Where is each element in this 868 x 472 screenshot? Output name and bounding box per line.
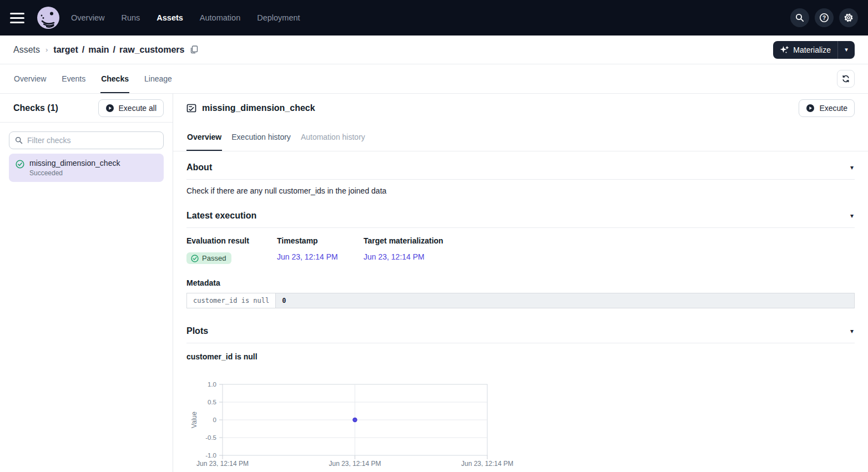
execute-label: Execute (819, 104, 847, 113)
breadcrumb-slash: / (113, 45, 115, 55)
check-item-name: missing_dimension_check (29, 159, 120, 168)
materialize-label: Materialize (793, 45, 831, 54)
svg-text:?: ? (822, 15, 826, 21)
tab-automation-history[interactable]: Automation history (300, 123, 366, 151)
execute-all-label: Execute all (119, 104, 157, 113)
help-button[interactable]: ? (815, 8, 834, 27)
execute-button[interactable]: Execute (799, 99, 855, 117)
ytick-neg05: -0.5 (205, 434, 216, 441)
tab-overview[interactable]: Overview (13, 64, 47, 93)
ytick-0: 0 (213, 417, 216, 423)
plot-point[interactable] (353, 418, 357, 422)
check-tab-bar: Overview Execution history Automation hi… (173, 123, 868, 151)
check-circle-icon (16, 160, 24, 169)
asset-check-icon (186, 103, 196, 113)
search-icon (795, 13, 804, 22)
breadcrumb-segment-main: main (88, 45, 109, 55)
timestamp-link[interactable]: Jun 23, 12:14 PM (277, 252, 364, 264)
collapse-plots-button[interactable]: ▾ (849, 327, 855, 336)
help-icon: ? (819, 13, 829, 23)
metadata-title: Metadata (186, 278, 855, 287)
tab-checks[interactable]: Checks (100, 64, 129, 93)
plot-title: customer_id is null (186, 352, 855, 361)
about-title: About (186, 163, 212, 172)
materialize-button[interactable]: Materialize (773, 41, 838, 59)
check-list-item[interactable]: missing_dimension_check Succeeded (9, 154, 164, 182)
column-target-materialization: Target materialization (364, 236, 855, 245)
latest-execution-title: Latest execution (186, 211, 256, 221)
checks-sidebar: Checks (1) Execute all (0, 94, 173, 472)
scatter-chart: 1.0 0.5 0 -0.5 -1.0 Value Jun 23, 12:14 … (186, 379, 531, 466)
sparkle-icon (780, 45, 789, 54)
search-icon (15, 136, 23, 144)
xtick-2: Jun 23, 12:14 PM (461, 460, 513, 466)
materialize-dropdown-button[interactable]: ▾ (838, 41, 855, 59)
hamburger-menu-button[interactable] (10, 7, 32, 29)
octopus-logo-icon (37, 6, 60, 29)
column-evaluation-result: Evaluation result (186, 236, 277, 245)
xtick-1: Jun 23, 12:14 PM (329, 460, 381, 466)
about-section: About ▾ Check if there are any null cust… (186, 159, 855, 195)
refresh-icon (841, 74, 850, 83)
play-circle-icon (806, 104, 815, 113)
tab-execution-history[interactable]: Execution history (231, 123, 291, 151)
passed-badge: Passed (186, 252, 231, 264)
latest-execution-section: Latest execution ▾ Evaluation result Tim… (186, 207, 855, 308)
chevron-right-icon: › (46, 45, 48, 54)
breadcrumb-slash: / (82, 45, 84, 55)
nav-item-deployment[interactable]: Deployment (257, 13, 300, 22)
refresh-button[interactable] (837, 70, 855, 88)
check-detail-panel: missing_dimension_check Execute Overview… (173, 94, 868, 472)
materialize-split-button: Materialize ▾ (773, 41, 855, 59)
primary-nav: Overview Runs Assets Automation Deployme… (71, 13, 300, 22)
y-axis-label: Value (190, 412, 198, 428)
dagster-logo[interactable] (37, 6, 60, 29)
copy-icon (190, 45, 198, 54)
target-materialization-link[interactable]: Jun 23, 12:14 PM (364, 252, 855, 264)
value-plot: 1.0 0.5 0 -0.5 -1.0 Value Jun 23, 12:14 … (186, 379, 855, 469)
tab-check-overview[interactable]: Overview (186, 123, 222, 151)
check-item-status: Succeeded (29, 169, 120, 177)
ytick-neg1: -1.0 (205, 452, 216, 459)
xtick-0: Jun 23, 12:14 PM (196, 460, 249, 466)
settings-button[interactable] (839, 8, 858, 27)
breadcrumb-segment-raw-customers: raw_customers (119, 45, 184, 55)
ytick-05: 0.5 (208, 399, 216, 405)
breadcrumb-segment-target: target (53, 45, 78, 55)
checks-panel-title: Checks (1) (13, 103, 58, 113)
nav-item-assets[interactable]: Assets (157, 13, 183, 22)
collapse-latest-execution-button[interactable]: ▾ (849, 211, 855, 220)
tab-lineage[interactable]: Lineage (144, 64, 173, 93)
copy-asset-key-button[interactable] (190, 45, 198, 54)
filter-checks-input[interactable] (27, 136, 158, 145)
filter-checks-box (9, 131, 164, 149)
top-nav: Overview Runs Assets Automation Deployme… (0, 0, 868, 35)
metadata-key: customer_id is null (187, 293, 276, 308)
search-button[interactable] (790, 8, 809, 27)
asset-header: Assets › target / main / raw_customers M… (0, 35, 868, 64)
check-circle-icon (191, 255, 199, 262)
breadcrumb-assets-link[interactable]: Assets (13, 45, 40, 55)
passed-badge-label: Passed (202, 254, 226, 262)
plots-title: Plots (186, 326, 208, 336)
metadata-table: customer_id is null 0 (186, 293, 855, 308)
nav-item-overview[interactable]: Overview (71, 13, 104, 22)
check-title: missing_dimension_check (202, 103, 315, 113)
column-timestamp: Timestamp (277, 236, 364, 245)
check-description: Check if there are any null customer_ids… (186, 186, 855, 195)
ytick-1: 1.0 (208, 381, 216, 388)
tab-events[interactable]: Events (61, 64, 86, 93)
gear-icon (844, 13, 854, 23)
execute-all-button[interactable]: Execute all (98, 99, 164, 117)
nav-item-automation[interactable]: Automation (200, 13, 240, 22)
metadata-row: customer_id is null 0 (187, 293, 855, 308)
metadata-value: 0 (276, 293, 855, 308)
asset-tab-bar: Overview Events Checks Lineage (0, 64, 868, 94)
plots-section: Plots ▾ customer_id is null (186, 323, 855, 469)
play-circle-icon (105, 104, 114, 113)
nav-item-runs[interactable]: Runs (121, 13, 140, 22)
collapse-about-button[interactable]: ▾ (849, 163, 855, 172)
